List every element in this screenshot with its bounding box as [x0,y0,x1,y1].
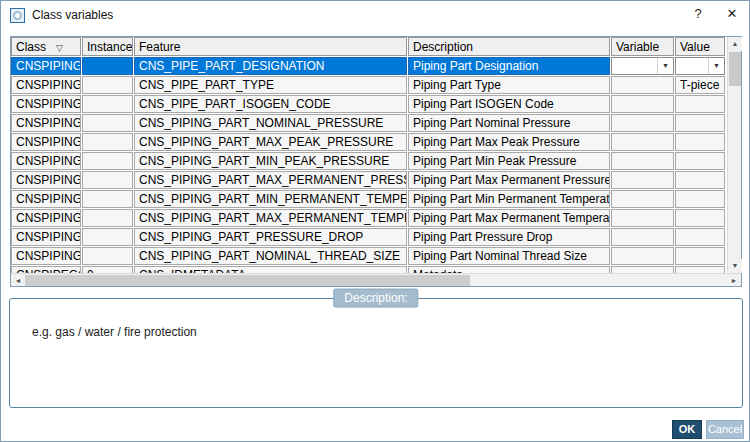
table-cell-instance[interactable] [82,76,133,94]
table-cell-feature[interactable]: CNS_PIPE_PART_DESIGNATION [134,57,407,75]
dropdown-arrow-icon[interactable]: ▼ [657,58,673,74]
table-cell-class[interactable]: CNSPIPING [11,228,81,246]
table-cell-class[interactable]: CNSPIPING [11,171,81,189]
table-cell-value[interactable] [675,171,725,189]
table-cell-variable[interactable] [611,190,674,208]
table-cell-description[interactable]: Piping Part Type [408,76,610,94]
horizontal-scrollbar-thumb[interactable] [25,275,470,286]
scroll-up-icon[interactable]: ▲ [728,37,742,51]
column-header-class[interactable]: Class▽ [11,37,81,56]
table-cell-class[interactable]: CNSPIPING [11,190,81,208]
table-cell-feature[interactable]: CNS_PIPING_PART_MIN_PEAK_PRESSURE [134,152,407,170]
ok-button[interactable]: OK [672,420,702,439]
table-cell-instance[interactable] [82,57,133,75]
table-cell-description[interactable]: Piping Part Pressure Drop [408,228,610,246]
table-cell-variable[interactable]: ▼ [611,57,674,75]
variable-combobox[interactable]: ▼ [612,58,673,74]
description-text: e.g. gas / water / fire protection [32,325,730,339]
close-button[interactable]: ✕ [723,6,741,24]
table-cell-variable[interactable] [611,247,674,265]
app-icon [10,8,25,23]
table-cell-class[interactable]: CNSPIPING [11,209,81,227]
table-cell-variable[interactable] [611,133,674,151]
table-grid: Class▽ Instance Feature Description Vari… [11,37,727,274]
table-cell-description[interactable]: Piping Part ISOGEN Code [408,95,610,113]
table-cell-description[interactable]: Piping Part Min Permanent Temperature [408,190,610,208]
help-button[interactable]: ? [689,6,707,24]
column-header-description[interactable]: Description [408,37,610,56]
table-cell-variable[interactable] [611,171,674,189]
table-cell-variable[interactable] [611,209,674,227]
table-cell-class[interactable]: CNSPIPING [11,247,81,265]
table-cell-variable[interactable] [611,114,674,132]
table-cell-class[interactable]: CNSPIPING [11,95,81,113]
scroll-down-icon[interactable]: ▼ [728,259,742,273]
table-cell-class[interactable]: CNSPIPING [11,57,81,75]
table-cell-class[interactable]: CNSPIPING [11,76,81,94]
table-cell-value[interactable] [675,247,725,265]
table-cell-description[interactable]: Piping Part Nominal Thread Size [408,247,610,265]
class-variables-table: Class▽ Instance Feature Description Vari… [10,36,742,287]
table-cell-instance[interactable] [82,152,133,170]
table-cell-feature[interactable]: CNS_PIPING_PART_PRESSURE_DROP [134,228,407,246]
table-cell-feature[interactable]: CNS_PIPING_PART_MIN_PERMANENT_TEMPERATUR… [134,190,407,208]
table-cell-variable[interactable] [611,95,674,113]
column-header-instance[interactable]: Instance [82,37,133,56]
cancel-button[interactable]: Cancel [706,420,744,439]
table-cell-description[interactable]: Piping Part Designation [408,57,610,75]
table-cell-value[interactable] [675,228,725,246]
table-cell-variable[interactable] [611,152,674,170]
table-cell-feature[interactable]: CNS_PIPING_PART_NOMINAL_PRESSURE [134,114,407,132]
table-cell-feature[interactable]: CNS_PIPING_PART_NOMINAL_THREAD_SIZE [134,247,407,265]
table-cell-value[interactable] [675,152,725,170]
vertical-scrollbar-thumb[interactable] [729,52,741,86]
table-cell-instance[interactable] [82,247,133,265]
table-cell-value[interactable]: T-piece [675,76,725,94]
table-cell-instance[interactable] [82,209,133,227]
column-header-label: Description [413,40,473,54]
description-groupbox: Description: e.g. gas / water / fire pro… [9,298,743,408]
column-header-feature[interactable]: Feature [134,37,407,56]
table-cell-feature[interactable]: CNS_PIPE_PART_ISOGEN_CODE [134,95,407,113]
column-header-value[interactable]: Value [675,37,725,56]
table-cell-instance[interactable] [82,133,133,151]
table-cell-variable[interactable] [611,228,674,246]
sort-filter-icon: ▽ [56,43,63,53]
table-cell-variable[interactable] [611,76,674,94]
value-combobox[interactable]: ▼ [676,58,724,74]
table-cell-instance[interactable] [82,228,133,246]
table-cell-description[interactable]: Piping Part Min Peak Pressure [408,152,610,170]
table-cell-class[interactable]: CNSPIPING [11,114,81,132]
dropdown-arrow-icon[interactable]: ▼ [708,58,724,74]
column-header-label: Value [680,40,710,54]
table-cell-instance[interactable] [82,114,133,132]
vertical-scrollbar[interactable]: ▲ ▼ [727,37,741,273]
table-cell-value[interactable] [675,190,725,208]
column-header-variable[interactable]: Variable [611,37,674,56]
table-cell-description[interactable]: Piping Part Nominal Pressure [408,114,610,132]
column-header-label: Variable [616,40,659,54]
table-cell-description[interactable]: Piping Part Max Permanent Pressure [408,171,610,189]
table-cell-feature[interactable]: CNS_PIPE_PART_TYPE [134,76,407,94]
table-cell-instance[interactable] [82,171,133,189]
table-cell-feature[interactable]: CNS_PIPING_PART_MAX_PEAK_PRESSURE [134,133,407,151]
table-cell-value[interactable]: ▼ [675,57,725,75]
table-cell-description[interactable]: Piping Part Max Peak Pressure [408,133,610,151]
table-cell-instance[interactable] [82,95,133,113]
table-cell-value[interactable] [675,133,725,151]
table-cell-value[interactable] [675,95,725,113]
horizontal-scrollbar[interactable]: ◄ ► [11,273,741,286]
table-cell-feature[interactable]: CNS_PIPING_PART_MAX_PERMANENT_PRESSURE [134,171,407,189]
table-cell-description[interactable]: Piping Part Max Permanent Temperature [408,209,610,227]
scroll-right-icon[interactable]: ► [727,274,741,287]
table-cell-value[interactable] [675,114,725,132]
column-header-label: Class [16,40,46,54]
table-cell-class[interactable]: CNSPIPING [11,133,81,151]
table-cell-instance[interactable] [82,190,133,208]
class-variables-dialog: Class variables ? ✕ Class▽ Instance Feat… [0,0,750,442]
table-cell-feature[interactable]: CNS_PIPING_PART_MAX_PERMANENT_TEMPERATUR… [134,209,407,227]
scroll-left-icon[interactable]: ◄ [11,274,25,287]
table-cell-value[interactable] [675,209,725,227]
column-header-label: Feature [139,40,180,54]
table-cell-class[interactable]: CNSPIPING [11,152,81,170]
